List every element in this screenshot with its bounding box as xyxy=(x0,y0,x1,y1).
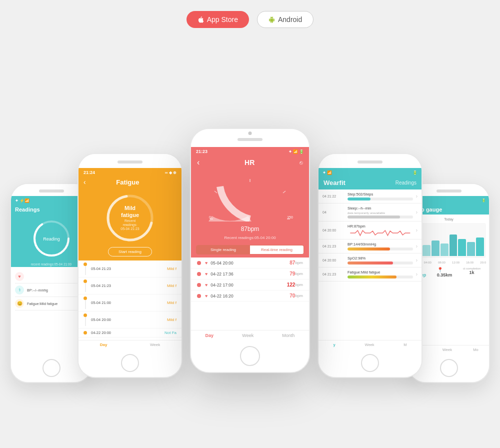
wearfit-tab-m[interactable]: M xyxy=(404,342,406,347)
fatigue-title: Fatigue xyxy=(116,178,139,186)
svg-line-9 xyxy=(283,191,286,193)
wearfit-arrow-hr: › xyxy=(416,228,418,233)
stepgauge-status-right: 🔋 xyxy=(482,198,486,202)
hr-tab-realtime[interactable]: Real-time reading xyxy=(250,246,304,254)
wearfit-label-spo2: SpO2:98% xyxy=(348,256,413,260)
far-left-home-btn[interactable] xyxy=(42,359,60,377)
right-home-btn[interactable] xyxy=(361,354,379,372)
right-speaker xyxy=(358,160,382,164)
hr-list-item-1: ♥ 05-04 20:00 87 bpm xyxy=(191,258,309,268)
left-home xyxy=(78,349,182,377)
hr-dot-2 xyxy=(197,272,201,276)
fatigue-bottom-tabs: Day Week xyxy=(78,340,182,349)
far-right-home-btn[interactable] xyxy=(440,359,458,377)
readings-row-hr: ♥ xyxy=(15,270,88,284)
stepgauge-tab-mo[interactable]: Mo xyxy=(473,348,478,352)
hr-unit-2: bpm xyxy=(295,272,303,276)
stepgauge-bar-6 xyxy=(458,239,466,256)
wearfit-tab-y[interactable]: y xyxy=(333,342,335,347)
hr-gauge-svg: 0 150 xyxy=(205,174,295,222)
hr-tab-week[interactable]: Week xyxy=(242,333,254,338)
wearfit-label-fatigue: Fatigue:Mild fatigue xyxy=(348,270,413,274)
readings-row-fatigue: 😊 Fatigue:Mild fatigue xyxy=(15,297,88,310)
wearfit-header: Wearfit Readings xyxy=(318,177,422,190)
hr-bottom-tabs: Day Week Month xyxy=(191,330,309,340)
wearfit-fill-sleep xyxy=(348,216,400,218)
android-label: Android xyxy=(278,16,302,24)
wearfit-tab-week[interactable]: Week xyxy=(364,342,374,347)
wearfit-arrow-step: › xyxy=(416,194,418,199)
hr-status-time: 21:23 xyxy=(196,149,208,154)
hr-status-icons: ✦ 📶 🔋 xyxy=(288,150,304,154)
wearfit-status-icons: ✦ 📶 xyxy=(322,170,332,175)
hr-dot-3 xyxy=(197,283,201,287)
fatigue-date-2: 05-04 21:23 xyxy=(91,284,167,288)
svg-text:Reading: Reading xyxy=(43,236,60,242)
fatigue-main-text: Mild fatigue xyxy=(118,204,142,219)
stethoscope-icon: ⚕ xyxy=(18,288,21,292)
hr-tab-month[interactable]: Month xyxy=(282,333,294,338)
start-reading-button[interactable]: Start reading xyxy=(108,247,152,256)
wearfit-item-spo2: 04 20:00 SpO2:98% › xyxy=(318,254,422,268)
stepgauge-tab-week[interactable]: Week xyxy=(442,348,452,352)
svg-text:0: 0 xyxy=(209,216,211,219)
wearfit-center-step: Step:502/Steps xyxy=(348,192,413,200)
wearfit-center-spo2: SpO2:98% xyxy=(348,256,413,264)
hr-status-bar: 21:23 ✦ 📶 🔋 xyxy=(191,147,309,156)
hr-val-2: 79 xyxy=(290,271,295,276)
phone-center: 21:23 ✦ 📶 🔋 ‹ HR ⎋ xyxy=(190,128,310,373)
phone-right: ✦ 📶 🔋 Wearfit Readings 04 21:22 Step:502… xyxy=(318,153,422,378)
wearfit-item-step: 04 21:22 Step:502/Steps › xyxy=(318,190,422,204)
readings-bp-label: BP:--/--mmhg xyxy=(27,288,48,292)
wearfit-label-bp: BP:144/93mmHg xyxy=(348,242,413,246)
fatigue-val-2: Mild f xyxy=(167,284,176,288)
stepgauge-info-dist: 📍 0.35km xyxy=(437,267,452,278)
android-button[interactable]: Android xyxy=(257,11,314,28)
hr-number: 87 xyxy=(241,226,248,232)
fatigue-dot-2 xyxy=(84,280,87,283)
fatigue-tab-week[interactable]: Week xyxy=(150,342,160,347)
wearfit-arrow-fatigue: › xyxy=(416,272,418,277)
hr-share-icon[interactable]: ⎋ xyxy=(300,160,303,166)
hr-tab-day[interactable]: Day xyxy=(206,333,214,338)
hr-tabs: Single reading Real-time reading xyxy=(196,245,304,254)
hr-tab-single[interactable]: Single reading xyxy=(196,246,250,254)
center-home-btn[interactable] xyxy=(240,346,260,366)
fatigue-back-icon[interactable]: ‹ xyxy=(84,178,86,186)
stepgauge-bar-7 xyxy=(467,242,475,256)
wearfit-bar-spo2 xyxy=(348,262,413,264)
wearfit-arrow-bp: › xyxy=(416,244,418,249)
wearfit-label-hr: HR:87bpm xyxy=(348,224,413,228)
fatigue-val-4: Mild f xyxy=(167,318,176,322)
bp-icon-bg: ⚕ xyxy=(15,286,24,294)
stepgauge-time-labels: 0:00 04:00 08:00 12:00 16:00 20:0 xyxy=(412,261,486,264)
fatigue-circle-text: Mild fatigue Recent readings:05-04 21:23 xyxy=(118,204,142,232)
hr-unit-1: bpm xyxy=(295,260,303,265)
right-notch xyxy=(318,154,422,168)
stepgauge-dist-icon-row: 📍 xyxy=(437,267,452,272)
hr-heart-icon-4: ♥ xyxy=(205,294,208,298)
wearfit-item-hr: 04 20:00 HR:87bpm › xyxy=(318,222,422,240)
readings-fatigue-label: Fatigue:Mild fatigue xyxy=(27,302,58,306)
wearfit-status-bar: ✦ 📶 🔋 xyxy=(318,168,422,177)
center-speaker xyxy=(238,138,262,141)
phone-left: 21:24 ∞ ◆ ⊕ ‹ Fatigue Mild fa xyxy=(78,153,182,378)
hr-recent: Recent readings:05-04 20:00 xyxy=(224,236,276,240)
fatigue-line-1 xyxy=(85,266,86,275)
hr-val-1: 87 xyxy=(290,260,295,266)
time-16: 16:00 xyxy=(466,261,474,264)
time-8: 08:00 xyxy=(438,261,446,264)
wearfit-center-bp: BP:144/93mmHg xyxy=(348,242,413,250)
appstore-button[interactable]: App Store xyxy=(186,11,249,28)
heart-icon-bg: ♥ xyxy=(15,272,24,281)
left-speaker xyxy=(118,160,142,164)
hr-dot-4 xyxy=(197,294,201,298)
fatigue-tab-day[interactable]: Day xyxy=(100,342,108,347)
stepgauge-chart xyxy=(412,223,486,258)
left-home-btn[interactable] xyxy=(121,354,139,372)
wearfit-fill-step xyxy=(348,198,370,200)
readings-title: Readings xyxy=(15,206,40,212)
hr-back-icon[interactable]: ‹ xyxy=(197,158,200,167)
speaker xyxy=(39,190,64,192)
hr-val-4: 70 xyxy=(290,293,295,298)
